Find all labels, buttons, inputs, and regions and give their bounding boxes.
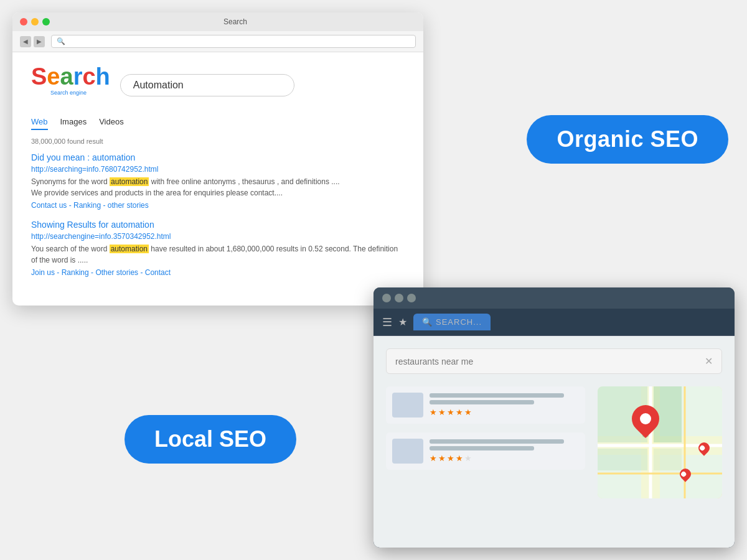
browser-content-1: Search Search engine Automation Web Imag… <box>12 52 423 306</box>
result2-title: Showing Results for automation <box>31 220 405 230</box>
star-icon[interactable]: ★ <box>398 316 407 328</box>
browser-content-2: restaurants near me ✕ ★ ★ <box>374 336 735 548</box>
logo-r: r <box>73 63 83 90</box>
line-1-1 <box>430 393 564 398</box>
map-placeholder <box>598 386 722 498</box>
logo-s: S <box>31 63 47 90</box>
logo-e: e <box>47 63 60 90</box>
address-bar-1[interactable]: 🔍 <box>51 35 416 48</box>
listing-card-1[interactable]: ★ ★ ★ ★ ★ <box>386 386 585 424</box>
search-icon-dark: 🔍 <box>422 317 432 327</box>
browser-toolbar-2: ☰ ★ 🔍 SEARCH... <box>374 309 735 336</box>
listing-card-2[interactable]: ★ ★ ★ ★ ★ <box>386 432 585 470</box>
star-1-2: ★ <box>438 408 446 417</box>
forward-button[interactable]: ▶ <box>34 36 45 47</box>
result1-snippet: Synonyms for the word automation with fr… <box>31 176 405 198</box>
star-2-4: ★ <box>456 454 463 463</box>
search-header-row: Search Search engine Automation <box>31 65 405 106</box>
star-1-1: ★ <box>430 408 437 417</box>
tl-dark-1[interactable] <box>382 294 391 302</box>
result2-links[interactable]: Join us - Ranking - Other stories - Cont… <box>31 268 405 277</box>
listing-thumb-1 <box>392 393 423 418</box>
listing-lines-2 <box>430 439 579 450</box>
traffic-lights-2 <box>382 294 416 302</box>
local-results-area: ★ ★ ★ ★ ★ <box>386 386 722 498</box>
star-2-1: ★ <box>430 454 437 463</box>
search-icon-small: 🔍 <box>57 37 65 45</box>
tab-images[interactable]: Images <box>60 117 87 130</box>
pin-inner <box>640 413 651 424</box>
star-1-5: ★ <box>464 408 472 417</box>
search-logo-area: Search Search engine <box>31 65 110 106</box>
search-bar-local[interactable]: restaurants near me ✕ <box>386 348 722 374</box>
nav-arrows-1: ◀ ▶ <box>20 36 45 47</box>
browser-window-2: ☰ ★ 🔍 SEARCH... restaurants near me ✕ <box>374 287 735 548</box>
result2-snippet: You search of the word automation have r… <box>31 243 405 266</box>
tl-close[interactable] <box>20 18 27 26</box>
stars-row-2: ★ ★ ★ ★ ★ <box>430 454 579 463</box>
pin-head <box>626 399 665 438</box>
tl-dark-2[interactable] <box>395 294 403 302</box>
search-tabs: Web Images Videos <box>31 117 405 131</box>
browser-title-1: Search <box>55 17 416 26</box>
listing-info-2: ★ ★ ★ ★ ★ <box>430 439 579 463</box>
star-2-5: ★ <box>464 454 472 463</box>
close-icon-local[interactable]: ✕ <box>705 355 713 367</box>
search-tab-dark[interactable]: 🔍 SEARCH... <box>413 314 491 330</box>
line-2-1 <box>430 439 564 444</box>
listing-lines-1 <box>430 393 579 404</box>
tl-dark-3[interactable] <box>407 294 416 302</box>
star-2-3: ★ <box>447 454 454 463</box>
tl-maximize[interactable] <box>42 18 50 26</box>
tab-videos[interactable]: Videos <box>99 117 124 130</box>
search-placeholder-dark: SEARCH... <box>436 317 482 327</box>
organic-seo-label: Organic SEO <box>557 126 698 152</box>
browser-toolbar-1: ◀ ▶ 🔍 <box>12 31 423 52</box>
traffic-lights-1 <box>20 18 50 26</box>
svg-rect-10 <box>598 449 647 470</box>
logo-h: h <box>96 63 110 90</box>
tab-web[interactable]: Web <box>31 117 48 130</box>
results-count: 38,000,000 found result <box>31 138 405 145</box>
star-2-2: ★ <box>438 454 446 463</box>
logo-a: a <box>60 63 73 90</box>
search-input-box[interactable]: Automation <box>120 74 294 96</box>
highlight-automation-2: automation <box>110 245 149 253</box>
browser-window-1: Search ◀ ▶ 🔍 Search Search engine Automa… <box>12 12 423 306</box>
svg-rect-9 <box>654 449 682 470</box>
did-you-mean: Did you mean : automation <box>31 152 405 162</box>
browser-titlebar-1: Search <box>12 12 423 31</box>
line-2-2 <box>430 446 534 450</box>
organic-seo-badge: Organic SEO <box>527 115 728 164</box>
back-button[interactable]: ◀ <box>20 36 31 47</box>
tl-minimize[interactable] <box>31 18 39 26</box>
browser-titlebar-2 <box>374 287 735 309</box>
local-search-value: restaurants near me <box>395 357 473 366</box>
hamburger-icon[interactable]: ☰ <box>382 315 392 329</box>
result1-links[interactable]: Contact us - Ranking - other stories <box>31 201 405 210</box>
stars-row-1: ★ ★ ★ ★ ★ <box>430 408 579 417</box>
highlight-automation-1: automation <box>110 177 149 186</box>
listing-info-1: ★ ★ ★ ★ ★ <box>430 393 579 417</box>
local-seo-label: Local SEO <box>154 426 266 452</box>
listing-thumb-2 <box>392 439 423 464</box>
search-logo: Search <box>31 65 110 88</box>
result1-url[interactable]: http://searching=info.7680742952.html <box>31 165 405 174</box>
result2-url[interactable]: http://searchengine=info.3570342952.html <box>31 232 405 241</box>
local-listings: ★ ★ ★ ★ ★ <box>386 386 585 498</box>
map-main-pin <box>632 405 659 437</box>
star-1-3: ★ <box>447 408 454 417</box>
logo-c: c <box>82 63 95 90</box>
line-1-2 <box>430 400 534 404</box>
local-seo-badge: Local SEO <box>125 415 296 464</box>
star-1-4: ★ <box>456 408 463 417</box>
search-engine-label: Search engine <box>31 90 106 96</box>
